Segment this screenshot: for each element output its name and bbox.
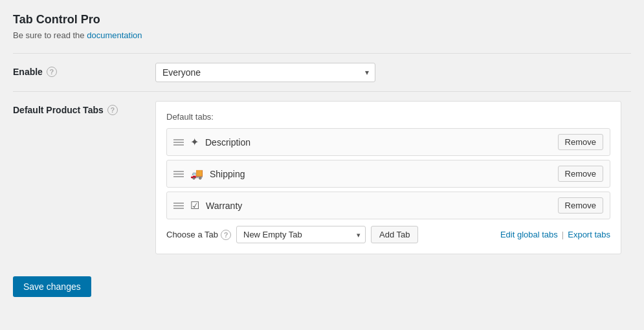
enable-select-wrap: Everyone Logged in users Nobody ▾ — [155, 63, 375, 82]
edit-global-tabs-link[interactable]: Edit global tabs — [500, 230, 558, 239]
choose-tab-select-wrap: New Empty Tab Existing Tab Global Tab ▾ — [236, 226, 366, 243]
links-separator: | — [562, 230, 564, 239]
warranty-icon: ☑ — [190, 199, 199, 212]
drag-handle-shipping[interactable] — [173, 171, 184, 177]
remove-warranty-button[interactable]: Remove — [558, 197, 603, 214]
export-tabs-link[interactable]: Export tabs — [568, 230, 610, 239]
default-tabs-field: Default tabs: ✦ Description Remove 🚚 — [155, 101, 631, 254]
enable-help-icon[interactable]: ? — [47, 67, 57, 77]
page-subtitle: Be sure to read the documentation — [13, 30, 631, 40]
default-tabs-row: Default Product Tabs ? Default tabs: ✦ D… — [13, 91, 631, 263]
description-icon: ✦ — [190, 136, 199, 148]
add-tab-row: Choose a Tab ? New Empty Tab Existing Ta… — [166, 226, 610, 243]
warranty-tab-name: Warranty — [206, 201, 558, 211]
choose-tab-help-icon[interactable]: ? — [221, 230, 231, 240]
description-tab-name: Description — [205, 137, 558, 148]
tab-item-description: ✦ Description Remove — [166, 128, 610, 156]
default-tabs-help-icon[interactable]: ? — [107, 105, 118, 115]
remove-shipping-button[interactable]: Remove — [558, 166, 603, 182]
default-tabs-label: Default Product Tabs ? — [13, 101, 155, 115]
enable-select[interactable]: Everyone Logged in users Nobody — [155, 63, 375, 82]
choose-tab-select[interactable]: New Empty Tab Existing Tab Global Tab — [236, 226, 366, 243]
page-title: Tab Control Pro — [13, 13, 631, 27]
enable-row: Enable ? Everyone Logged in users Nobody… — [13, 53, 631, 91]
tab-links: Edit global tabs | Export tabs — [500, 230, 610, 239]
tab-item-shipping: 🚚 Shipping Remove — [166, 160, 610, 188]
choose-tab-label: Choose a Tab — [166, 230, 218, 239]
drag-handle-description[interactable] — [173, 139, 184, 146]
tabs-panel: Default tabs: ✦ Description Remove 🚚 — [155, 101, 621, 254]
shipping-tab-name: Shipping — [210, 169, 558, 179]
documentation-link[interactable]: documentation — [87, 30, 142, 40]
add-tab-button[interactable]: Add Tab — [371, 226, 418, 243]
tabs-panel-title: Default tabs: — [166, 112, 610, 122]
tab-item-warranty: ☑ Warranty Remove — [166, 192, 610, 219]
enable-field: Everyone Logged in users Nobody ▾ — [155, 63, 631, 82]
save-changes-button[interactable]: Save changes — [13, 276, 91, 297]
shipping-icon: 🚚 — [190, 168, 203, 180]
enable-label: Enable ? — [13, 63, 155, 77]
remove-description-button[interactable]: Remove — [558, 134, 603, 150]
drag-handle-warranty[interactable] — [173, 203, 184, 209]
